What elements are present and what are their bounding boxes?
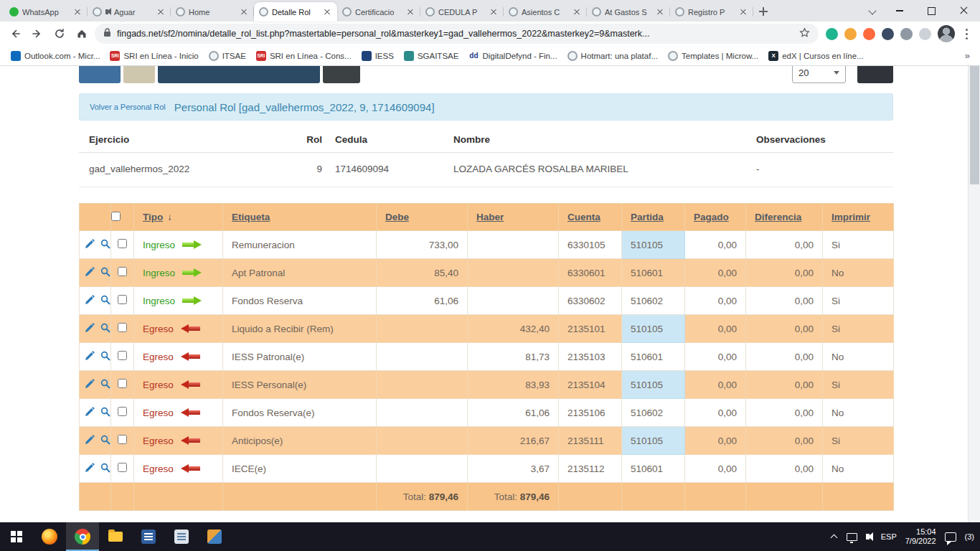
secure-lock-icon[interactable]: [103, 27, 111, 40]
forward-icon[interactable]: [28, 25, 46, 43]
profile-avatar[interactable]: [938, 25, 955, 42]
bookmark-item[interactable]: ITSAE: [204, 50, 251, 62]
tab-close-icon[interactable]: [405, 7, 415, 17]
start-button[interactable]: [0, 522, 33, 551]
toolbar-button-navy[interactable]: [158, 66, 320, 83]
extension-icon-gray[interactable]: [900, 28, 913, 40]
row-checkbox[interactable]: [118, 295, 127, 304]
tab-close-icon[interactable]: [489, 7, 499, 17]
browser-menu-icon[interactable]: [961, 26, 971, 42]
bookmark-item[interactable]: IESS: [357, 50, 399, 62]
extension-icon-orange[interactable]: [844, 28, 857, 40]
view-magnifier-icon[interactable]: [100, 379, 110, 391]
row-checkbox[interactable]: [118, 379, 127, 388]
tab-close-icon[interactable]: [322, 7, 332, 17]
edit-pencil-icon[interactable]: [85, 267, 95, 279]
browser-tab[interactable]: Home: [171, 2, 254, 22]
language-indicator[interactable]: ESP: [881, 532, 897, 541]
bookmark-item[interactable]: SRI SRI en Línea - Cons...: [251, 50, 357, 62]
bookmarks-overflow-chevron[interactable]: »: [965, 50, 974, 61]
bookmark-item[interactable]: Templates | Microw...: [663, 50, 763, 62]
action-center-icon[interactable]: [945, 532, 956, 542]
tab-search-chevron-icon[interactable]: [862, 0, 883, 22]
edit-pencil-icon[interactable]: [85, 407, 95, 419]
toolbar-button-tan[interactable]: [123, 66, 155, 83]
bookmark-item[interactable]: SRI SRI en Línea - Inicio: [105, 50, 203, 62]
display-tray-icon[interactable]: [847, 533, 857, 541]
bookmark-item[interactable]: X edX | Cursos en líne...: [763, 50, 869, 62]
taskbar-clock[interactable]: 15:04 7/9/2022: [905, 527, 936, 546]
scrollbar-thumb[interactable]: [970, 66, 979, 184]
edit-pencil-icon[interactable]: [85, 239, 95, 251]
edit-pencil-icon[interactable]: [85, 435, 95, 447]
row-checkbox[interactable]: [118, 435, 127, 444]
toolbar-button-dark[interactable]: [323, 66, 360, 83]
view-magnifier-icon[interactable]: [100, 435, 110, 447]
toolbar-button-blue[interactable]: [79, 66, 121, 83]
row-checkbox[interactable]: [118, 351, 127, 360]
home-icon[interactable]: [72, 25, 90, 43]
tab-close-icon[interactable]: [239, 7, 249, 17]
extension-icon-light[interactable]: [919, 28, 931, 40]
browser-tab[interactable]: At Gastos S: [587, 2, 670, 22]
browser-tab[interactable]: Detalle Rol: [254, 2, 337, 22]
view-magnifier-icon[interactable]: [100, 239, 110, 251]
row-checkbox[interactable]: [118, 323, 127, 332]
view-magnifier-icon[interactable]: [100, 351, 110, 363]
edit-pencil-icon[interactable]: [85, 379, 95, 391]
view-magnifier-icon[interactable]: [100, 323, 110, 335]
row-checkbox[interactable]: [118, 463, 127, 472]
tab-close-icon[interactable]: [738, 7, 748, 17]
url-text[interactable]: fingads.net/sf2/nomina/detalle_rol_list.…: [117, 29, 793, 39]
edit-pencil-icon[interactable]: [85, 323, 95, 335]
app-icon-2[interactable]: [165, 522, 198, 551]
browser-tab[interactable]: Aguar: [88, 2, 171, 22]
volume-tray-icon[interactable]: [866, 534, 870, 540]
avast-extension-icon[interactable]: [863, 28, 875, 40]
refresh-icon[interactable]: [50, 25, 68, 43]
bookmark-star-icon[interactable]: [799, 27, 810, 41]
select-all-checkbox[interactable]: [111, 212, 121, 221]
back-icon[interactable]: [6, 25, 24, 43]
bookmark-item[interactable]: Hotmart: una plataf...: [562, 50, 663, 62]
app-icon-3[interactable]: [198, 522, 231, 551]
window-minimize-button[interactable]: [883, 0, 915, 22]
extension-icon-navy[interactable]: [882, 28, 894, 40]
browser-tab[interactable]: Certificacio: [337, 2, 420, 22]
window-close-button[interactable]: [948, 0, 980, 22]
view-magnifier-icon[interactable]: [100, 407, 110, 419]
tab-close-icon[interactable]: [156, 7, 166, 17]
back-to-personal-rol-link[interactable]: Volver a Personal Rol: [90, 103, 166, 111]
view-magnifier-icon[interactable]: [100, 463, 110, 475]
row-checkbox[interactable]: [118, 407, 127, 416]
vertical-scrollbar[interactable]: [968, 66, 980, 522]
new-tab-button[interactable]: [753, 2, 773, 22]
edit-pencil-icon[interactable]: [85, 351, 95, 363]
tab-close-icon[interactable]: [72, 7, 83, 17]
tray-expand-icon[interactable]: [831, 533, 838, 540]
row-checkbox[interactable]: [118, 239, 127, 248]
edit-pencil-icon[interactable]: [85, 295, 95, 307]
view-magnifier-icon[interactable]: [100, 267, 110, 279]
edit-pencil-icon[interactable]: [85, 463, 95, 475]
browser-tab[interactable]: Registro P: [670, 2, 753, 22]
tab-close-icon[interactable]: [572, 7, 582, 17]
grammarly-extension-icon[interactable]: [826, 28, 838, 40]
bookmark-item[interactable]: SGAITSAE: [399, 50, 464, 62]
file-explorer-icon[interactable]: [99, 522, 132, 551]
row-checkbox[interactable]: [118, 267, 127, 276]
browser-tab[interactable]: Asientos C: [504, 2, 587, 22]
view-magnifier-icon[interactable]: [100, 295, 110, 307]
tab-close-icon[interactable]: [655, 7, 665, 17]
bookmark-item[interactable]: Outlook.com - Micr...: [6, 50, 105, 62]
toolbar-button-right[interactable]: [857, 66, 893, 83]
bookmark-item[interactable]: dd DigitalDefynd - Fin...: [463, 50, 562, 62]
browser-tab[interactable]: WhatsApp: [4, 2, 88, 22]
app-icon-1[interactable]: [132, 522, 165, 551]
window-maximize-button[interactable]: [915, 0, 948, 22]
firefox-icon[interactable]: [33, 522, 66, 551]
url-omnibox[interactable]: fingads.net/sf2/nomina/detalle_rol_list.…: [95, 24, 819, 44]
page-size-select[interactable]: 20: [792, 66, 846, 83]
browser-tab[interactable]: CEDULA P: [420, 2, 504, 22]
chrome-icon[interactable]: [66, 522, 99, 551]
